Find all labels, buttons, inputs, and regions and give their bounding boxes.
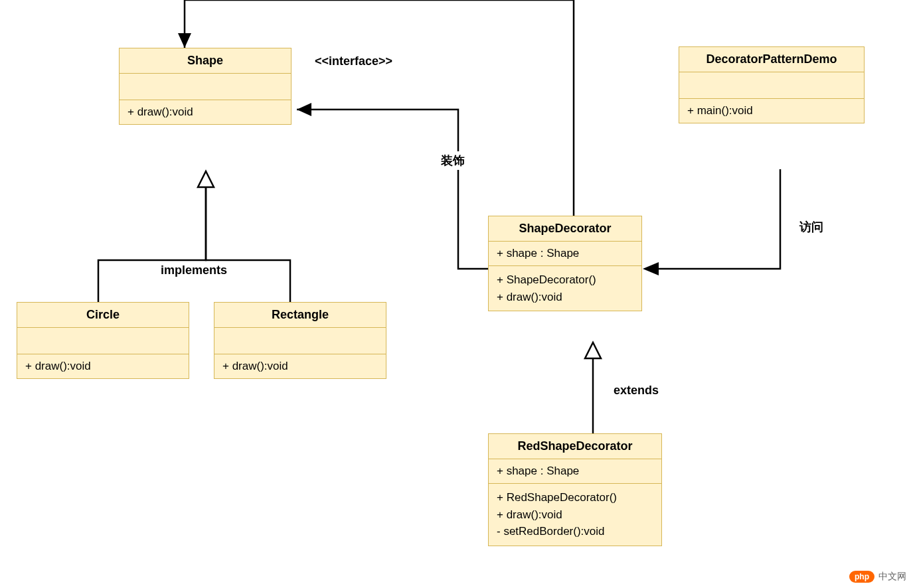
method-line: + ShapeDecorator() [497,271,633,289]
class-name: Rectangle [214,303,386,328]
class-methods: + main():void [679,99,864,123]
class-name: ShapeDecorator [489,216,641,242]
uml-class-rectangle: Rectangle + draw():void [214,302,386,379]
uml-class-shape: Shape + draw():void [119,48,291,125]
class-attributes [17,328,189,354]
method-line: + RedShapeDecorator() [497,489,653,506]
decorate-label: 装饰 [438,151,467,170]
class-attributes: + shape : Shape [489,242,641,266]
implements-label: implements [158,262,230,279]
class-methods: + draw():void [120,100,291,124]
class-name: Circle [17,303,189,328]
svg-marker-3 [585,342,601,358]
uml-class-demo: DecoratorPatternDemo + main():void [679,46,865,123]
watermark-badge: php [849,571,874,583]
class-attributes [214,328,386,354]
svg-marker-1 [178,33,191,48]
class-attributes [120,74,291,100]
svg-marker-0 [198,171,214,187]
stereotype-interface-label: <<interface>> [312,53,395,70]
uml-class-circle: Circle + draw():void [17,302,189,379]
class-name: RedShapeDecorator [489,434,661,459]
class-name: DecoratorPatternDemo [679,47,864,72]
watermark-text: 中文网 [878,571,906,583]
svg-marker-2 [297,103,311,116]
class-methods: + ShapeDecorator() + draw():void [489,266,641,311]
method-line: - setRedBorder():void [497,523,653,540]
watermark: php 中文网 [849,571,906,583]
class-methods: + draw():void [17,354,189,378]
class-attributes [679,72,864,99]
uml-class-red-shape-decorator: RedShapeDecorator + shape : Shape + RedS… [488,433,662,546]
class-methods: + draw():void [214,354,386,378]
svg-marker-4 [643,262,659,275]
class-attributes: + shape : Shape [489,459,661,484]
method-line: + draw():void [497,289,633,306]
uml-class-shape-decorator: ShapeDecorator + shape : Shape + ShapeDe… [488,216,642,311]
method-line: + draw():void [497,506,653,524]
class-name: Shape [120,48,291,74]
extends-label: extends [611,382,661,399]
access-label: 访问 [797,218,826,236]
class-methods: + RedShapeDecorator() + draw():void - se… [489,484,661,546]
